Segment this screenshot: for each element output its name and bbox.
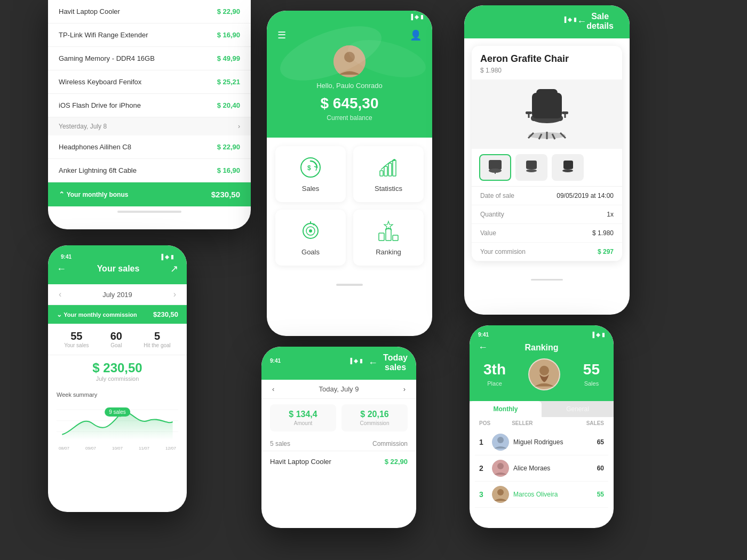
chevron-down-icon: ⌄ Your monthly commission [57,311,137,318]
big-commission: $ 230,50 July commission [48,355,187,387]
commission-stat: $ 20,16 Commission [341,404,408,431]
phone-your-sales: 9:41 ▐ ◈ ▮ ← Your sales ↗ ‹ July 2019 › … [48,245,187,512]
current-date: Today, July 9 [319,385,359,393]
menu-goals[interactable]: Goals [275,210,346,266]
back-button[interactable]: ← [368,357,378,369]
ranking-tabs: Monthly General [470,401,614,417]
rank-sales: 55 Sales [583,361,600,388]
prev-day-button[interactable]: ‹ [272,385,274,393]
detail-quantity: Quantity 1x [472,205,622,224]
table-row[interactable]: 1 Miguel Rodrigues 65 [475,429,608,455]
rank-position: 1 [479,438,488,446]
thumbnail-2[interactable] [515,154,547,181]
next-day-button[interactable]: › [403,385,406,393]
product-name: Aeron Grafite Chair [472,46,622,67]
seller-sales: 55 [597,491,604,498]
commission-row[interactable]: ⌄ Your monthly commission $230,50 [48,305,187,324]
user-profile-button[interactable]: 👤 [410,29,422,41]
list-item[interactable]: Anker Lightning 6ft Cable $ 16,90 [48,159,251,182]
chart-tooltip: 9 sales [105,407,130,417]
svg-rect-19 [393,235,398,241]
menu-statistics[interactable]: Statistics [353,146,424,202]
col-pos: POS [479,420,490,426]
product-thumbnails [472,149,622,187]
thumbnail-1[interactable] [479,154,511,181]
statistics-label: Statistics [359,185,418,193]
product-list-item[interactable]: Havit Laptop Cooler $ 22,90 [261,451,416,472]
bonus-amount: $230,50 [211,190,240,199]
svg-rect-38 [526,161,537,169]
seller-name: Alice Moraes [513,465,593,472]
wifi-icon: ◈ [165,254,169,260]
scroll-indicator [464,269,630,287]
back-button[interactable]: ← [478,342,488,353]
place-label: Place [487,380,502,387]
goal-label: Goal [110,342,122,348]
battery-icon: ▮ [171,254,174,260]
commission-label: Commission [345,420,404,426]
product-price: $ 16,90 [217,166,240,174]
product-price: $ 22,90 [217,7,240,15]
thumbnail-3[interactable] [552,154,584,181]
detail-label: Your commision [480,248,526,255]
seller-name: Miguel Rodrigues [513,438,593,446]
screen-title: Sale details [586,12,614,31]
stats-row: 55 Your sales 60 Goal 5 Hit the goal [48,324,187,355]
commission-big-label: July commission [53,375,181,382]
ranking-table: POS SELLER SALES 1 Miguel Rodrigues 65 2 [470,417,614,508]
product-name: Gaming Memory - DDR4 16GB [59,54,155,62]
back-button[interactable]: ← [57,263,66,275]
date-header[interactable]: Yesterday, July 8 › [48,117,251,135]
detail-label: Date of sale [480,192,514,199]
balance-amount: $ 645,30 [267,95,432,112]
date-navigation[interactable]: ‹ Today, July 9 › [261,380,416,399]
sales-label: Sales [584,380,599,387]
list-item[interactable]: Havit Laptop Cooler $ 22,90 [48,0,251,23]
list-item[interactable]: iOS Flash Drive for iPhone $ 20,40 [48,94,251,117]
battery-icon: ▮ [602,332,605,338]
scroll-indicator [117,211,181,213]
phone-ranking: 9:41 ▐ ◈ ▮ ← Ranking 3th Place [470,325,614,528]
detail-value-row: Value $ 1.980 [472,224,622,243]
battery-icon: ▮ [420,14,424,20]
svg-point-39 [526,169,537,172]
balance-label: Current balance [267,114,432,122]
svg-rect-34 [536,89,558,97]
product-price: $ 22,90 [385,458,408,466]
sales-count-label: 5 sales [270,440,290,447]
goal-number: 60 [110,330,122,342]
seller-sales: 65 [597,438,604,446]
amount-value: $ 134,4 [273,410,333,419]
product-name: Havit Laptop Cooler [270,458,331,466]
svg-point-49 [497,489,504,495]
table-header: POS SELLER SALES [475,417,608,429]
signal-icon: ▐ [562,17,566,22]
detail-value: 09/05/2019 at 14:00 [557,192,614,199]
table-row-highlighted[interactable]: 3 Marcos Oliveira 55 [475,482,608,508]
sales-chart: 9 sales [57,402,178,445]
rank-position: 2 [479,464,488,473]
list-item[interactable]: Gaming Memory - DDR4 16GB $ 49,99 [48,47,251,70]
table-row[interactable]: 2 Alice Moraes 60 [475,455,608,482]
menu-ranking[interactable]: Ranking [353,210,424,266]
rank-place: 3th Place [483,361,506,388]
col-sales: SALES [586,420,604,426]
menu-button[interactable]: ☰ [277,29,286,41]
tab-general[interactable]: General [542,401,614,417]
menu-sales[interactable]: $ Sales [275,146,346,202]
list-item[interactable]: TP-Link Wifi Range Extender $ 16,90 [48,23,251,47]
back-button[interactable]: ← [577,16,586,27]
amount-stat: $ 134,4 Amount [270,404,336,431]
phone-list: Havit Laptop Cooler $ 22,90 TP-Link Wifi… [48,0,251,229]
prev-month-button[interactable]: ‹ [59,290,61,299]
tab-monthly[interactable]: Monthly [470,401,542,417]
svg-rect-40 [563,161,573,169]
next-month-button[interactable]: › [173,290,176,299]
svg-rect-9 [384,166,387,176]
month-navigation[interactable]: ‹ July 2019 › [48,284,187,305]
product-name: Havit Laptop Cooler [59,7,120,15]
list-item[interactable]: Headphones Ailihen C8 $ 22,90 [48,135,251,159]
detail-value: 1x [607,211,614,218]
product-name: Anker Lightning 6ft Cable [59,166,137,174]
list-item[interactable]: Wireless Keyboard Fenifox $ 25,21 [48,70,251,94]
